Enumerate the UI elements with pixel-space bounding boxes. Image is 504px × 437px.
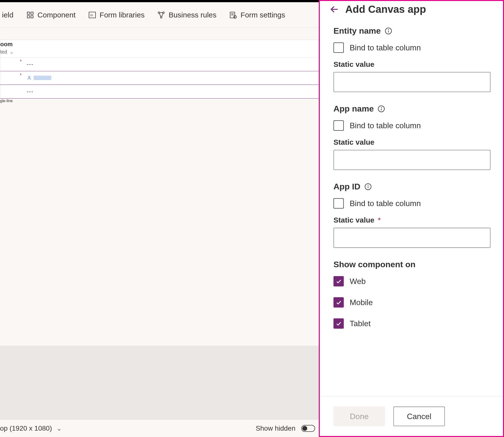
show-mobile-label: Mobile — [350, 298, 373, 307]
resolution-label[interactable]: op (1920 x 1080) — [0, 424, 52, 432]
appname-bind-checkbox[interactable] — [333, 120, 344, 131]
back-arrow-icon[interactable] — [330, 4, 339, 14]
cmd-business-rules-label: Business rules — [169, 11, 216, 19]
js-icon: JS — [88, 11, 96, 19]
panel-body: Entity name Bind to table column Static … — [320, 21, 503, 396]
show-hidden-toggle[interactable] — [301, 425, 315, 432]
svg-point-13 — [28, 76, 30, 78]
panel-title: Add Canvas app — [345, 3, 426, 15]
info-icon[interactable] — [364, 183, 372, 190]
cmd-component-label: Component — [38, 11, 76, 19]
person-name-redacted — [34, 76, 51, 80]
show-tablet-label: Tablet — [350, 319, 371, 328]
chevron-down-icon[interactable]: ⌄ — [56, 425, 62, 432]
add-canvas-app-panel: Add Canvas app Entity name Bind to table… — [319, 0, 504, 437]
appid-bind-label: Bind to table column — [350, 199, 421, 208]
entity-bind-checkbox[interactable] — [333, 42, 344, 53]
cmd-form-libraries[interactable]: JS Form libraries — [86, 8, 146, 22]
cancel-button[interactable]: Cancel — [393, 407, 445, 426]
svg-rect-2 — [27, 15, 29, 18]
appname-static-label: Static value — [333, 138, 489, 146]
show-component-label: Show component on — [333, 260, 415, 269]
entity-name-section: Entity name Bind to table column Static … — [333, 26, 489, 92]
check-icon — [335, 320, 342, 327]
cmd-field-label: ield — [2, 11, 13, 19]
show-web-label: Web — [350, 277, 366, 286]
svg-rect-0 — [27, 12, 29, 14]
show-web-checkbox[interactable] — [333, 276, 344, 286]
show-component-section: Show component on Web Mobile Tablet — [333, 260, 489, 329]
entity-bind-label: Bind to table column — [350, 43, 421, 52]
check-icon — [335, 299, 342, 306]
svg-point-12 — [234, 15, 237, 18]
person-value — [27, 75, 51, 80]
appid-static-text: Static value — [333, 216, 374, 224]
chevron-down-icon[interactable]: ⌄ — [10, 49, 13, 55]
svg-point-19 — [381, 107, 382, 107]
show-mobile-checkbox[interactable] — [333, 297, 344, 308]
app-name-label: App name — [333, 104, 374, 113]
cmd-form-settings-label: Form settings — [240, 11, 285, 19]
required-marker: * — [20, 73, 22, 78]
show-hidden-label: Show hidden — [256, 424, 295, 432]
appid-static-label: Static value * — [333, 216, 489, 224]
info-icon[interactable] — [385, 27, 392, 35]
form-settings-icon — [229, 11, 237, 19]
svg-point-22 — [368, 185, 368, 185]
info-icon[interactable] — [378, 105, 385, 113]
appname-bind-label: Bind to table column — [350, 121, 421, 130]
entity-static-input[interactable] — [333, 72, 491, 92]
panel-header: Add Canvas app — [320, 1, 503, 21]
appid-bind-checkbox[interactable] — [333, 198, 344, 209]
flow-icon — [157, 11, 165, 19]
show-tablet-checkbox[interactable] — [333, 318, 344, 329]
appid-static-input[interactable] — [333, 228, 491, 248]
entity-static-label: Static value — [333, 60, 489, 69]
app-id-label: App ID — [333, 182, 360, 191]
app-name-section: App name Bind to table column Static val… — [333, 104, 489, 170]
app-id-section: App ID Bind to table column Static value… — [333, 182, 489, 248]
cancel-button-label: Cancel — [407, 412, 431, 421]
entity-name-label: Entity name — [333, 26, 381, 36]
person-icon — [27, 75, 32, 80]
svg-rect-3 — [31, 15, 33, 18]
cmd-field[interactable]: ield — [0, 8, 15, 22]
cmd-form-libraries-label: Form libraries — [100, 11, 145, 19]
row-value: --- — [27, 88, 34, 95]
check-icon — [335, 278, 342, 284]
panel-footer: Done Cancel — [320, 396, 503, 436]
done-button-label: Done — [350, 412, 369, 421]
appname-static-input[interactable] — [333, 150, 491, 170]
svg-point-16 — [388, 29, 388, 29]
required-marker: * — [20, 59, 22, 64]
required-marker: * — [378, 216, 381, 224]
row-value: --- — [27, 61, 34, 68]
component-icon — [26, 11, 34, 19]
svg-text:JS: JS — [90, 13, 93, 17]
done-button: Done — [333, 407, 385, 426]
cmd-business-rules[interactable]: Business rules — [155, 8, 218, 22]
card-subtitle-text: ted — [0, 49, 7, 55]
svg-rect-1 — [31, 12, 33, 14]
cmd-component[interactable]: Component — [24, 8, 78, 22]
cmd-form-settings[interactable]: Form settings — [227, 8, 287, 22]
